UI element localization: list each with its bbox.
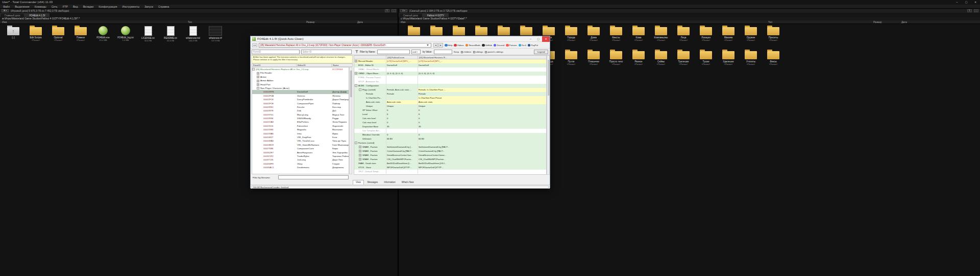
- group-tree-row[interactable]: +Armor Addon: [252, 79, 349, 82]
- tc-folder-item[interactable]: Сейвы «Папка»: [650, 49, 672, 65]
- tc-file-item[interactable]: FO4Edit.exe 23,4 МБ: [92, 25, 114, 42]
- tc-folder-tab[interactable]: Главный диск: [0, 13, 24, 17]
- record-field-row[interactable]: EDID - Editor ID DoctorDuff DoctorDuff: [354, 63, 546, 67]
- tc-right-drive-button[interactable]: с: [400, 9, 407, 12]
- nav-back-button[interactable]: ◄: [433, 43, 438, 48]
- tc-menu-item[interactable]: Файл: [3, 5, 10, 8]
- override-value-cell[interactable]: [418, 129, 547, 133]
- record-field-row[interactable]: Use Template Act...: [354, 129, 546, 133]
- record-tree-row[interactable]: 000248A4 V81_TinaDeLuca Тина де Лука: [252, 139, 349, 143]
- master-value-cell[interactable]: 0: [386, 121, 418, 125]
- tc-col-date[interactable]: Дата: [901, 20, 907, 24]
- tc-folder-item[interactable]: Фиксы «Папка»: [762, 49, 785, 65]
- bottom-tab[interactable]: Messages: [365, 180, 381, 185]
- tc-folder-item[interactable]: Разное «Папка»: [627, 49, 650, 65]
- tc-folder-tab[interactable]: Fallout 4 GOTY: [423, 13, 449, 17]
- record-tree-row[interactable]: 00024827 V81_KatyFine Кэти: [252, 135, 349, 139]
- override-value-cell[interactable]: [418, 76, 547, 80]
- checkbox-icon[interactable]: [473, 51, 475, 53]
- record-field-row[interactable]: Bleedout Override 0 0: [354, 133, 546, 137]
- tc-folder-item[interactable]: Локации «Папка»: [695, 25, 717, 41]
- override-value-cell[interactable]: [418, 80, 547, 84]
- record-tree-row[interactable]: 00002F1E CompanionPiper Пайпер: [252, 102, 349, 105]
- tc-left-path[interactable]: ж:\Игры\Wasteland Game Studios\Fallout 4…: [0, 17, 398, 20]
- tc-col-type[interactable]: Тип: [768, 20, 772, 24]
- override-value-cell[interactable]: (0, 0, 0), (0, 0, 0): [418, 72, 547, 76]
- checkbox-icon[interactable]: [461, 51, 463, 53]
- expander-icon[interactable]: +: [257, 72, 259, 75]
- override-value-cell[interactable]: DoctorDuff: [418, 63, 547, 67]
- master-value-cell[interactable]: [386, 80, 418, 84]
- tree-scrollbar[interactable]: [349, 67, 352, 174]
- master-value-cell[interactable]: DmndScienceCenterOwn...: [386, 153, 418, 157]
- tc-folder-item[interactable]: Кожа «Папка»: [627, 25, 650, 41]
- tc-folder-item[interactable]: Удалешки «Папка»: [717, 49, 740, 65]
- tc-maximize-button[interactable]: [964, 0, 969, 5]
- master-value-cell[interactable]: CrimeDiamondCity [FACT...: [386, 149, 418, 153]
- tc-folder-item[interactable]: Оружие «Папка»: [740, 25, 762, 41]
- expander-icon[interactable]: +: [359, 146, 361, 148]
- tc-file-item[interactable]: README.txt 31,6 КБ: [159, 25, 182, 42]
- record-tree-row[interactable]: 0001970C MarcyLong Марси Лонг: [252, 113, 349, 117]
- record-field-row[interactable]: XP Value Offset 0 0: [354, 108, 546, 112]
- record-tree-row[interactable]: 00022616 Fahrenheit Фаренгейт: [252, 124, 349, 128]
- nav-forward-button[interactable]: ►: [438, 43, 443, 48]
- record-tree-row[interactable]: 000222A3 ElliePerkins Элли Перкинс: [252, 120, 349, 124]
- record-tree-row[interactable]: 000321F2 TraderRylee Торговка Райли: [252, 154, 349, 158]
- bottom-tab[interactable]: Information: [381, 180, 398, 185]
- record-field-row[interactable]: INAM - Death item Bot301DuffDeathItem [L…: [354, 162, 546, 166]
- tc-file-item[interactable]: LICENSE.txt 16,6 КБ: [137, 25, 159, 42]
- filter-by-value-input[interactable]: [434, 50, 452, 54]
- tc-file-item[interactable]: FO4Edit_log.txt 1,4 МБ: [114, 25, 137, 42]
- tc-left-updir-button[interactable]: ..: [391, 9, 396, 12]
- tc-menu-item[interactable]: Команды: [35, 5, 46, 8]
- expander-icon[interactable]: +: [355, 60, 357, 62]
- master-value-cell[interactable]: 6: [386, 112, 418, 117]
- tc-col-size[interactable]: Размер: [306, 20, 315, 24]
- filter-by-name-input[interactable]: [377, 50, 410, 54]
- tc-close-button[interactable]: [973, 0, 978, 5]
- record-field-row[interactable]: STCP - Animation So...: [354, 80, 546, 84]
- tc-menu-item[interactable]: Конфигурация: [99, 5, 117, 8]
- tc-col-name[interactable]: Имя: [2, 20, 7, 24]
- external-link[interactable]: Discord: [494, 44, 504, 47]
- scrollbar-thumb[interactable]: [350, 71, 352, 97]
- master-value-cell[interactable]: 0: [386, 133, 418, 137]
- tc-folder-item[interactable]: Квесты «Папка»: [605, 25, 627, 41]
- group-tree-row[interactable]: +Armor: [252, 75, 349, 79]
- filename-filter-input[interactable]: [278, 175, 349, 179]
- tc-menu-item[interactable]: Выделение: [15, 5, 30, 8]
- override-value-cell[interactable]: [418, 84, 547, 88]
- expander-icon[interactable]: +: [257, 83, 259, 86]
- plugin-tree-row[interactable]: −[05] Wasteland Heroines Replacer All in…: [252, 67, 349, 71]
- record-field-row[interactable]: +SNAM - Faction CIS_ChatWithNPCFactio...…: [354, 157, 546, 162]
- record-tree-row[interactable]: 00002F0A Geneva Женева: [252, 94, 349, 98]
- tc-file-item[interactable]: [..]: [2, 25, 24, 42]
- master-value-cell[interactable]: NPCFDoctorDuff [VTYP:...: [386, 166, 418, 170]
- tc-file-item[interactable]: Optional «Папка»: [47, 25, 69, 42]
- formid-search-input[interactable]: [252, 50, 300, 54]
- expander-icon[interactable]: −: [355, 142, 357, 144]
- master-value-cell[interactable]: 0: [386, 117, 418, 121]
- record-field-row[interactable]: +Record Header [v73] DoctorDuff [NPC_...…: [354, 59, 546, 63]
- override-value-cell[interactable]: [418, 141, 547, 145]
- tc-file-item[interactable]: whatsnew.md 140,3 КБ: [182, 25, 204, 42]
- record-tree-row[interactable]: 00019936 DN054Rowdy Рауди: [252, 117, 349, 120]
- tc-menu-item[interactable]: FTP: [63, 5, 68, 8]
- hamburger-menu-icon[interactable]: [252, 43, 257, 47]
- bottom-tab[interactable]: What's New: [399, 180, 416, 185]
- npc-group-row[interactable]: −Non-Player Character (Actor): [252, 86, 349, 90]
- external-link[interactable]: Patreon: [506, 44, 517, 47]
- fo4edit-maximize-button[interactable]: [534, 36, 542, 42]
- external-link[interactable]: Videos: [454, 44, 464, 47]
- external-link[interactable]: Help: [445, 44, 452, 47]
- group-tree-row[interactable]: +File Header: [252, 71, 349, 75]
- override-value-cell[interactable]: Bot301DuffDeathItem [LVLI...: [418, 162, 547, 166]
- master-value-cell[interactable]: [386, 76, 418, 80]
- override-value-cell[interactable]: CIS_ChatWithNPCFaction...: [418, 157, 547, 162]
- expander-icon[interactable]: +: [359, 158, 361, 160]
- tc-file-item[interactable]: Помехи «Папка»: [69, 25, 92, 42]
- override-value-cell[interactable]: 66 B3: [418, 137, 547, 141]
- override-value-cell[interactable]: [418, 170, 547, 174]
- record-tree-row[interactable]: 00003978 Deb Деб: [252, 109, 349, 112]
